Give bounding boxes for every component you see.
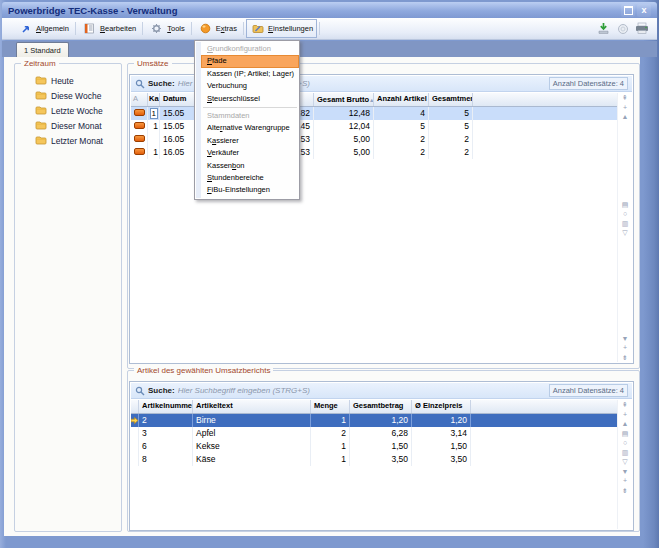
group-artikel-label: Artikel des gewählten Umsatzberichts [134,366,273,375]
menu-item-verbuchung[interactable]: Verbuchung [195,80,299,92]
anzahl-cell: 2 [374,133,429,146]
column-header-ka[interactable]: Ka [148,93,160,106]
column-header-artikelnummer[interactable]: Artikelnummer [139,400,193,413]
menu-item-grundkonfiguration[interactable]: Grundkonfiguration [195,43,299,55]
folder-icon [35,75,47,87]
menu-bar: Allgemein Bearbeiten Tools Extras Einste… [2,18,657,40]
column-header-einzelpreis[interactable]: Ø Einzelpreis [412,400,471,413]
nav-insert-button[interactable]: + [623,103,627,113]
nav-first-button[interactable]: ⇞ [622,93,628,103]
column-header-brutto[interactable]: Gesamt Brutto▲ [314,93,374,106]
menubar-label: Einstellungen [268,24,313,33]
disabled-round-button[interactable] [615,21,630,36]
group-umsaetze-label: Umsätze [134,59,172,68]
nav-first-button[interactable]: ⇞ [622,400,628,410]
menu-item-verkaeufer[interactable]: Verkäufer [195,147,299,159]
import-button[interactable] [596,21,611,36]
sidebar-item-label: Letzte Woche [51,106,103,116]
edit-note-icon [82,21,97,36]
nav-edit-button[interactable]: ▥ [622,448,629,458]
anzahl-cell: 2 [374,146,429,159]
nav-next-button[interactable]: ▼ [622,334,629,344]
menu-item-kassenbon[interactable]: Kassenbon [195,160,299,172]
artikeltext-cell: Käse [193,453,311,466]
nav-edit-button[interactable]: ▥ [622,219,629,229]
column-header-filler [471,400,617,413]
artikeltext-cell: Apfel [193,427,311,440]
sidebar-item-letzte-woche[interactable]: Letzte Woche [15,103,121,118]
nav-prev-button[interactable]: ▲ [622,419,629,429]
menu-item-alternative-warengruppe[interactable]: Alternative Warengruppe [195,122,299,134]
row-status-cell [131,107,148,120]
column-header-menge[interactable]: Menge [311,400,350,413]
table-row[interactable]: 3 Apfel 2 6,28 3,14 [131,427,617,440]
nav-search-button[interactable]: ○ [623,438,627,448]
menubar-item-einstellungen[interactable]: Einstellungen [246,19,317,38]
column-header-menge[interactable]: Gesamtmeng [429,93,473,106]
table-row[interactable]: 8 Käse 1 3,50 3,50 [131,453,617,466]
einzelpreis-cell: 3,14 [412,427,471,440]
search-input[interactable]: Hier Suchbegriff eingeben (STRG+S) [178,386,546,395]
ka-cell: 1 [148,107,160,120]
menubar-item-allgemein[interactable]: Allgemein [14,19,73,38]
sidebar-item-letzter-monat[interactable]: Letzter Monat [15,133,121,148]
einzelpreis-cell: 1,50 [412,440,471,453]
brutto-cell: 12,04 [314,120,374,133]
column-header-gesamtbetrag[interactable]: Gesamtbetrag [350,400,412,413]
nav-search-button[interactable]: ○ [623,209,627,219]
toolbar-divider [142,22,143,35]
menubar-item-extras[interactable]: Extras [194,19,241,38]
artikel-search-bar[interactable]: Suche: Hier Suchbegriff eingeben (STRG+S… [131,383,632,399]
sidebar-item-label: Diese Woche [51,91,101,101]
nav-filter-button[interactable]: ▽ [622,228,627,238]
menge-cell: 2 [311,427,350,440]
title-bar: Powerbridge TEC-Kasse - Verwaltung x [2,2,657,18]
menu-item-steuerschluessel[interactable]: Steuerschlüssel [195,93,299,105]
tab-standard[interactable]: 1 Standard [16,42,69,57]
nav-list-button[interactable]: ▤ [622,200,629,210]
filler-cell [471,414,617,427]
nav-append-button[interactable]: + [623,476,627,486]
menge-cell: 2 [429,133,473,146]
sidebar-item-diese-woche[interactable]: Diese Woche [15,88,121,103]
menu-item-stammdaten[interactable]: Stammdaten [195,110,299,122]
search-label: Suche: [148,386,175,395]
column-header-filler [473,93,617,106]
search-icon [135,75,145,93]
nav-append-button[interactable]: + [623,343,627,353]
nav-insert-button[interactable]: + [623,410,627,420]
menubar-item-bearbeiten[interactable]: Bearbeiten [78,19,140,38]
menu-item-pfade[interactable]: Pfade [201,55,299,67]
nav-next-button[interactable]: ▼ [622,467,629,477]
nav-list-button[interactable]: ▤ [622,429,629,439]
gesamtbetrag-cell: 1,50 [350,440,412,453]
artikelnummer-cell: 6 [139,440,193,453]
folder-icon [35,135,47,147]
menu-item-stundenbereiche[interactable]: Stundenbereiche [195,172,299,184]
gesamtbetrag-cell: 6,28 [350,427,412,440]
folder-icon [35,120,47,132]
nav-prev-button[interactable]: ▲ [622,112,629,122]
close-button[interactable]: x [637,4,651,17]
row-marker-cell [131,427,139,440]
report-flag-icon [134,122,145,129]
column-header-artikeltext[interactable]: Artikeltext [193,400,311,413]
column-header-status[interactable]: A [131,93,148,106]
nav-last-button[interactable]: ⇟ [622,486,628,496]
menu-item-kassierer[interactable]: Kassierer [195,135,299,147]
menu-item-fibu-einstellungen[interactable]: FiBu-Einstellungen [195,184,299,196]
sidebar-item-dieser-monat[interactable]: Dieser Monat [15,118,121,133]
column-header-anzahl[interactable]: Anzahl Artikel [374,93,429,106]
table-row[interactable]: 2 Birne 1 1,20 1,20 [131,414,617,427]
print-button[interactable] [634,21,649,36]
ka-cell-editor[interactable]: 1 [150,108,158,119]
artikel-nav-strip: ⇞ + ▲ ▤ ○ ▥ ▽ ▼ + ⇟ [617,400,632,529]
artikelnummer-cell: 8 [139,453,193,466]
nav-last-button[interactable]: ⇟ [622,353,628,363]
restore-button[interactable] [621,4,635,17]
menubar-item-tools[interactable]: Tools [145,19,189,38]
sidebar-item-heute[interactable]: Heute [15,73,121,88]
table-row[interactable]: 6 Kekse 1 1,50 1,50 [131,440,617,453]
nav-filter-button[interactable]: ▽ [622,457,627,467]
menu-item-kassen[interactable]: Kassen (IP; Artikel; Lager) [195,68,299,80]
